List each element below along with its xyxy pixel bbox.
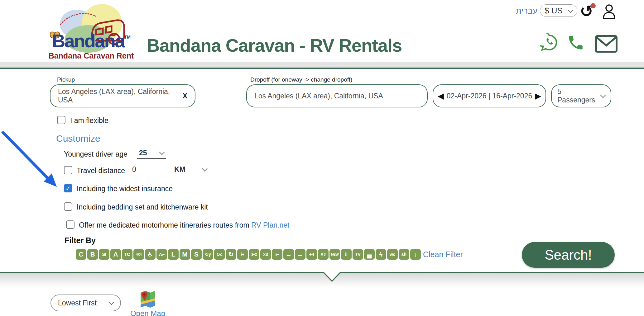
phone-icon[interactable] — [567, 34, 585, 52]
driver-age-label: Youngest driver age — [64, 150, 127, 158]
filter-rv-new-icon[interactable]: NEW — [329, 249, 340, 260]
driver-age-value: 25 — [139, 149, 147, 157]
driver-age-select[interactable]: 25 — [137, 148, 166, 159]
flexible-label: I am flexible — [70, 116, 108, 125]
filter-class-a-icon[interactable]: A — [110, 249, 121, 260]
filter-icons: CBSIATC4X4♿A⌐LMS↻y↻c↻i+2+2x3ii+↔→+40-3NE… — [76, 249, 421, 260]
language-link[interactable]: עברית — [516, 6, 537, 16]
notification-dot — [590, 3, 596, 8]
filter-4x4-icon[interactable]: 4X4 — [133, 249, 144, 260]
filter-shower-icon[interactable]: sh — [399, 249, 409, 260]
date-next-icon[interactable]: ▶ — [535, 92, 541, 100]
rv-plan-link[interactable]: RV Plan.net — [251, 221, 289, 229]
insurance-checkbox[interactable]: ✓ — [64, 184, 72, 192]
filter-tv-icon[interactable]: TV — [353, 249, 363, 260]
open-map-link[interactable]: Open Map — [127, 309, 168, 316]
clean-filter-link[interactable]: Clean Filter — [423, 250, 463, 259]
insurance-label: Including the widest insurance — [77, 185, 173, 193]
clear-pickup-button[interactable]: X — [183, 92, 187, 100]
dropoff-input[interactable]: Los Angeles (LAX area), California, USA — [246, 84, 428, 107]
chevron-down-icon — [202, 166, 207, 171]
passengers-select[interactable]: 5 Passengers — [551, 84, 611, 107]
itineraries-text: Offer me dedicated motorhome itineraries… — [79, 221, 249, 229]
filter-person-plus-icon[interactable]: i+ — [237, 249, 248, 260]
history-button[interactable]: ↺ — [580, 3, 596, 20]
map-button[interactable] — [140, 290, 156, 310]
filter-rv-arrow-icon[interactable]: → — [295, 249, 305, 260]
filter-rv-checkin-icon[interactable]: ↓ — [410, 249, 421, 260]
check-icon: ✓ — [65, 185, 71, 192]
header-divider-band — [0, 62, 644, 69]
filter-by-label: Filter By — [65, 236, 96, 245]
page: BandanaTM Bandana Caravan Rent Bandana C… — [0, 0, 644, 316]
currency-select[interactable]: $ US — [540, 4, 577, 17]
logo-subtitle: Bandana Caravan Rent — [44, 51, 139, 60]
flexible-checkbox[interactable]: ✓ — [57, 116, 65, 124]
filter-wc-icon[interactable]: wc — [387, 249, 398, 260]
filter-rv-plus4-icon[interactable]: +4 — [306, 249, 317, 260]
customize-link[interactable]: Customize — [56, 133, 100, 144]
filter-circle-c-icon[interactable]: ↻c — [214, 249, 225, 260]
chevron-down-icon — [108, 299, 114, 305]
filter-power-icon[interactable]: ϟ — [376, 249, 386, 260]
travel-distance-input[interactable]: 0 — [131, 164, 165, 175]
distance-unit-select[interactable]: KM — [172, 164, 209, 175]
filter-tc-icon[interactable]: TC — [122, 249, 132, 260]
section-divider — [0, 271, 644, 283]
date-range-value: 02-Apr-2026 | 16-Apr-2026 — [447, 92, 532, 100]
annotation-arrow-icon — [0, 129, 65, 191]
filter-circle-arrows-icon[interactable]: ↻ — [226, 249, 236, 260]
filter-awning-icon[interactable]: A⌐ — [156, 249, 167, 260]
distance-unit-value: KM — [174, 165, 185, 174]
chevron-down-icon — [159, 149, 165, 155]
date-range-picker[interactable]: ◀ 02-Apr-2026 | 16-Apr-2026 ▶ — [433, 84, 546, 107]
travel-distance-value: 0 — [132, 165, 136, 174]
chevron-down-icon — [600, 92, 606, 98]
filter-si-icon[interactable]: SI — [99, 249, 109, 260]
pickup-label: Pickup — [57, 76, 75, 83]
filter-rv-small-icon[interactable]: S — [191, 249, 202, 260]
profile-icon[interactable] — [602, 4, 617, 20]
filter-rv-0-3-icon[interactable]: 0-3 — [318, 249, 329, 260]
filter-x3-icon[interactable]: x3 — [260, 249, 271, 260]
logo-brand-text: Bandana — [52, 31, 124, 51]
travel-distance-checkbox[interactable]: ✓ — [64, 166, 72, 174]
bedding-checkbox[interactable]: ✓ — [64, 202, 72, 211]
whatsapp-icon[interactable] — [540, 33, 559, 52]
map-icon — [140, 290, 156, 309]
sort-value: Lowest First — [58, 299, 97, 307]
filter-family-icon[interactable]: ii — [341, 249, 352, 260]
logo-wordmark: BandanaTM — [47, 30, 136, 52]
pickup-value: Los Angeles (LAX area), California, USA — [58, 87, 183, 104]
passengers-value: 5 Passengers — [557, 87, 601, 104]
filter-family-plus-icon[interactable]: ii+ — [272, 249, 282, 260]
date-prev-icon[interactable]: ◀ — [438, 92, 444, 100]
filter-rv-medium-icon[interactable]: M — [180, 249, 190, 260]
bedding-label: Including bedding set and kitchenware ki… — [77, 203, 208, 211]
filter-2plus2-icon[interactable]: 2+2 — [249, 249, 259, 260]
travel-distance-label: Travel distance — [77, 167, 125, 175]
logo[interactable]: BandanaTM Bandana Caravan Rent — [47, 2, 136, 61]
filter-circle-y-icon[interactable]: ↻y — [203, 249, 213, 260]
currency-value: $ US — [545, 6, 563, 16]
pickup-input[interactable]: Los Angeles (LAX area), California, USA … — [50, 84, 195, 107]
itineraries-label: Offer me dedicated motorhome itineraries… — [79, 221, 289, 229]
filter-bed-icon[interactable]: ▄ — [364, 249, 375, 260]
page-title: Bandana Caravan - RV Rentals — [147, 35, 402, 56]
filter-wheelchair-icon[interactable]: ♿ — [145, 249, 156, 260]
filter-class-c-icon[interactable]: C — [76, 249, 86, 260]
filter-width-icon[interactable]: ↔ — [283, 249, 294, 260]
search-button[interactable]: Search! — [522, 242, 615, 268]
dropoff-label: Dropoff (for oneway -> change dropoff) — [250, 76, 352, 83]
filter-rv-large-icon[interactable]: L — [168, 249, 179, 260]
chevron-down-icon — [568, 7, 573, 13]
sort-select[interactable]: Lowest First — [50, 295, 121, 311]
itineraries-checkbox[interactable]: ✓ — [66, 220, 74, 229]
dropoff-value: Los Angeles (LAX area), California, USA — [254, 92, 420, 100]
email-icon[interactable] — [595, 35, 618, 53]
filter-class-b-icon[interactable]: B — [87, 249, 98, 260]
logo-tm: TM — [124, 35, 131, 40]
